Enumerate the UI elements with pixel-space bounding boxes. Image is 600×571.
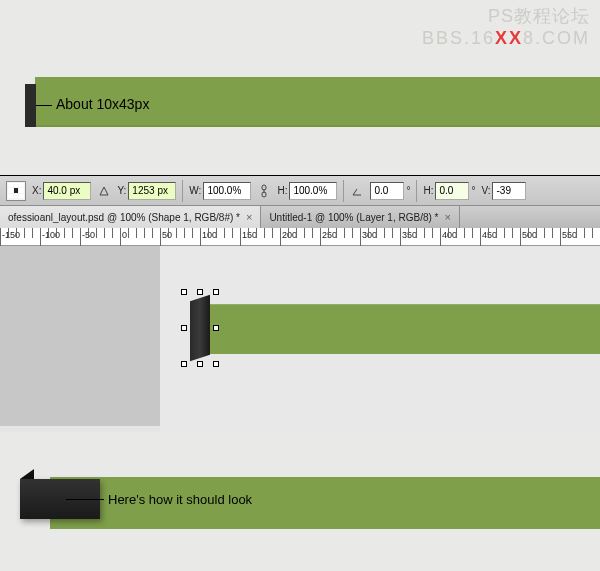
delta-icon[interactable] [97, 184, 111, 198]
skew-h-field: H: ° [423, 182, 475, 200]
dark-tab-shape [25, 84, 36, 127]
h-field: H: [277, 182, 337, 200]
callout-line-top [36, 105, 52, 106]
skew-v-field: V: [481, 182, 526, 200]
ruler-label: 100 [202, 230, 217, 240]
panel-top: PS教程论坛 BBS.16XX8.COM About 10x43px [0, 0, 600, 175]
skew-v-input[interactable] [492, 182, 526, 200]
skew-h-label: H: [423, 185, 433, 196]
ruler-label: -100 [42, 230, 60, 240]
w-input[interactable] [203, 182, 251, 200]
close-icon[interactable]: × [246, 211, 252, 223]
folded-tab-shape [20, 469, 100, 519]
ruler-label: 250 [322, 230, 337, 240]
close-icon[interactable]: × [445, 211, 451, 223]
rotate-field: ° [370, 182, 410, 200]
ruler-label: 0 [122, 230, 127, 240]
ruler-label: 50 [162, 230, 172, 240]
green-bar-canvas [205, 304, 600, 354]
callout-text-bottom: Here's how it should look [108, 492, 252, 507]
h-label: H: [277, 185, 287, 196]
degree-icon: ° [406, 185, 410, 196]
canvas-area[interactable] [0, 246, 600, 426]
x-input[interactable] [43, 182, 91, 200]
watermark-prefix: BBS.16 [422, 28, 495, 48]
ruler-label: 450 [482, 230, 497, 240]
link-icon[interactable] [257, 184, 271, 198]
reference-point-icon[interactable] [6, 181, 26, 201]
separator [343, 180, 344, 202]
y-input[interactable] [128, 182, 176, 200]
panel-bottom: Here's how it should look [0, 432, 600, 571]
ruler-label: -150 [2, 230, 20, 240]
callout-text-top: About 10x43px [56, 96, 149, 112]
options-bar: X: Y: W: H: ° [0, 176, 600, 206]
y-field: Y: [117, 182, 176, 200]
fold-triangle [20, 469, 34, 479]
watermark-xx: XX [495, 28, 523, 48]
transforming-shape[interactable] [190, 298, 210, 358]
watermark-line1: PS教程论坛 [422, 4, 590, 28]
horizontal-ruler[interactable]: -150-100-5005010015020025030035040045050… [0, 228, 600, 246]
tab-other[interactable]: Untitled-1 @ 100% (Layer 1, RGB/8) * × [261, 206, 460, 228]
w-field: W: [189, 182, 251, 200]
degree-icon: ° [471, 185, 475, 196]
skew-h-input[interactable] [435, 182, 469, 200]
y-label: Y: [117, 185, 126, 196]
h-input[interactable] [289, 182, 337, 200]
shape-fill [190, 295, 210, 361]
ruler-label: 500 [522, 230, 537, 240]
tab-label: ofessioanl_layout.psd @ 100% (Shape 1, R… [8, 212, 240, 223]
ruler-label: 550 [562, 230, 577, 240]
ruler-label: 350 [402, 230, 417, 240]
ruler-label: 400 [442, 230, 457, 240]
ruler-label: 150 [242, 230, 257, 240]
tab-label: Untitled-1 @ 100% (Layer 1, RGB/8) * [269, 212, 438, 223]
tab-current[interactable]: ofessioanl_layout.psd @ 100% (Shape 1, R… [0, 206, 261, 228]
skew-v-label: V: [481, 185, 490, 196]
x-label: X: [32, 185, 41, 196]
separator [416, 180, 417, 202]
watermark-suffix: 8.COM [523, 28, 590, 48]
document-tabs: ofessioanl_layout.psd @ 100% (Shape 1, R… [0, 206, 600, 228]
separator [182, 180, 183, 202]
watermark: PS教程论坛 BBS.16XX8.COM [422, 4, 590, 49]
w-label: W: [189, 185, 201, 196]
x-field: X: [32, 182, 91, 200]
photoshop-area: X: Y: W: H: ° [0, 175, 600, 425]
ruler-label: 200 [282, 230, 297, 240]
rotate-input[interactable] [370, 182, 404, 200]
canvas-pasteboard [0, 246, 160, 426]
watermark-line2: BBS.16XX8.COM [422, 28, 590, 49]
angle-icon [350, 184, 364, 198]
ruler-label: 300 [362, 230, 377, 240]
callout-line-bottom [66, 499, 104, 500]
